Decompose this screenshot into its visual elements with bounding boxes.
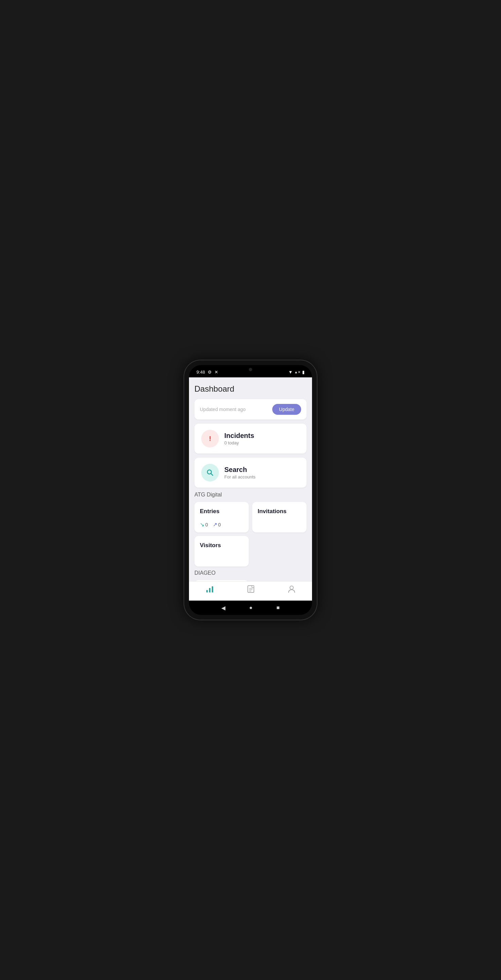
incidents-card[interactable]: ! Incidents 0 today (194, 424, 307, 453)
search-sublabel: For all accounts (224, 474, 255, 479)
phone-inner: 9:48 ⚙ ✕ ▼ ▲✕ ▮ Dashboard Updated moment… (189, 365, 312, 615)
page-title: Dashboard (194, 384, 307, 394)
phone-frame: 9:48 ⚙ ✕ ▼ ▲✕ ▮ Dashboard Updated moment… (184, 360, 317, 620)
incidents-label: Incidents (224, 432, 254, 440)
visitors-title: Visitors (200, 542, 243, 549)
search-svg-icon (206, 469, 214, 477)
svg-rect-2 (206, 590, 208, 592)
bottom-nav (189, 581, 312, 601)
incidents-icon: ! (201, 430, 219, 447)
time-display: 9:48 (197, 369, 205, 375)
arrow-up-icon: ↗ (213, 521, 217, 528)
home-button[interactable]: ● (249, 605, 252, 611)
reports-nav-icon (247, 585, 255, 595)
dashboard-nav-icon (206, 585, 214, 595)
svg-point-7 (252, 586, 254, 588)
status-right: ▼ ▲✕ ▮ (288, 369, 304, 375)
entries-card[interactable]: Entries ↘ 0 ↗ 0 (194, 502, 249, 533)
atg-grid: Entries ↘ 0 ↗ 0 (194, 502, 307, 533)
incidents-sublabel: 0 today (224, 440, 254, 445)
svg-rect-4 (212, 586, 213, 592)
entries-stats: ↘ 0 ↗ 0 (200, 521, 243, 528)
svg-point-11 (290, 586, 293, 589)
status-left: 9:48 ⚙ ✕ (197, 369, 218, 375)
search-card-icon (201, 464, 219, 482)
android-nav-bar: ◀ ● ■ (189, 601, 312, 615)
entries-stat-up: ↗ 0 (213, 521, 221, 528)
nav-item-reports[interactable] (247, 585, 255, 596)
invitations-title: Invitations (258, 508, 301, 515)
incidents-info: Incidents 0 today (224, 432, 254, 445)
search-info: Search For all accounts (224, 466, 255, 479)
gear-icon: ⚙ (208, 369, 212, 375)
app-content: Dashboard Updated moment ago Update ! In… (189, 377, 312, 601)
status-bar: 9:48 ⚙ ✕ ▼ ▲✕ ▮ (189, 365, 312, 377)
search-card[interactable]: Search For all accounts (194, 458, 307, 488)
svg-rect-3 (209, 588, 210, 592)
svg-line-1 (211, 474, 213, 476)
visitors-card[interactable]: Visitors (194, 536, 249, 566)
scroll-content: Dashboard Updated moment ago Update ! In… (189, 377, 312, 581)
nav-item-profile[interactable] (288, 585, 295, 596)
battery-icon: ▮ (302, 369, 304, 375)
exclamation-icon: ! (209, 435, 211, 443)
empty-slot (252, 536, 307, 566)
section-header-atg: ATG Digital (194, 492, 307, 498)
entries-up-count: 0 (218, 522, 221, 527)
entries-stat-down: ↘ 0 (200, 521, 208, 528)
profile-nav-icon (288, 585, 295, 595)
x-icon: ✕ (214, 369, 218, 375)
invitations-card[interactable]: Invitations (252, 502, 307, 533)
atg-grid-row2: Visitors (194, 536, 307, 566)
recent-button[interactable]: ■ (276, 605, 280, 611)
entries-down-count: 0 (205, 522, 208, 527)
entries-title: Entries (200, 508, 243, 515)
search-label: Search (224, 466, 255, 474)
back-button[interactable]: ◀ (221, 605, 225, 611)
update-bar: Updated moment ago Update (194, 399, 307, 420)
update-button[interactable]: Update (272, 404, 301, 415)
nav-item-dashboard[interactable] (206, 585, 214, 595)
arrow-down-icon: ↘ (200, 521, 204, 528)
update-status-text: Updated moment ago (200, 407, 246, 412)
wifi-icon: ▼ (288, 369, 293, 375)
signal-icon: ▲✕ (294, 370, 300, 374)
section-header-diageo: DIAGEO (194, 570, 307, 576)
camera-dot (249, 368, 252, 371)
